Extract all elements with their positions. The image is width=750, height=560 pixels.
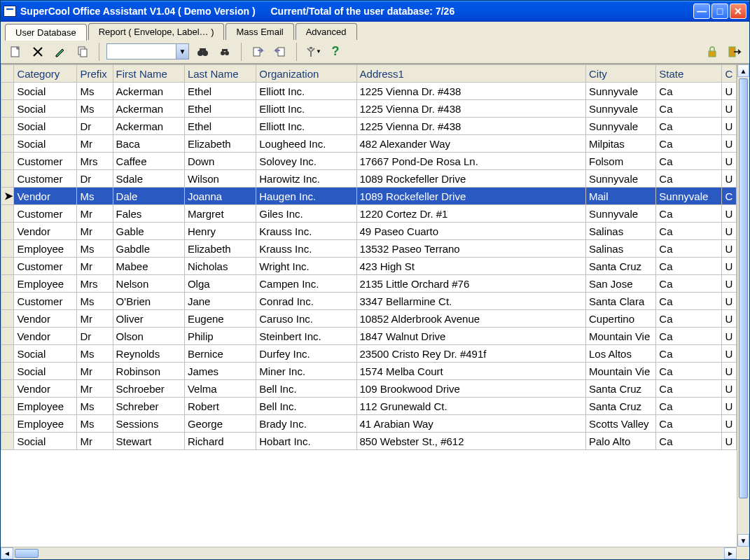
cell-first-name[interactable]: Nelson: [113, 275, 184, 293]
cell-address1[interactable]: 13532 Paseo Terrano: [356, 240, 585, 258]
cell-organization[interactable]: Elliott Inc.: [256, 118, 356, 135]
cell-c[interactable]: U: [722, 118, 737, 135]
cell-state[interactable]: Ca: [656, 380, 722, 398]
table-row[interactable]: EmployeeMsSessionsGeorgeBrady Inc.41 Ara…: [1, 415, 737, 433]
cell-c[interactable]: U: [722, 223, 737, 240]
cell-last-name[interactable]: Jane: [184, 293, 256, 310]
cell-address1[interactable]: 1225 Vienna Dr. #438: [356, 118, 585, 135]
cell-first-name[interactable]: Ackerman: [113, 118, 184, 135]
cell-last-name[interactable]: Joanna: [184, 188, 256, 205]
cell-category[interactable]: Social: [14, 363, 77, 380]
cell-address1[interactable]: 1847 Walnut Drive: [356, 328, 585, 345]
cell-address1[interactable]: 49 Paseo Cuarto: [356, 223, 585, 240]
cell-first-name[interactable]: Olson: [113, 328, 184, 345]
cell-first-name[interactable]: Ackerman: [113, 83, 184, 100]
cell-address1[interactable]: 109 Brookwood Drive: [356, 380, 585, 398]
cell-last-name[interactable]: Olga: [184, 275, 256, 293]
cell-c[interactable]: U: [722, 240, 737, 258]
cell-category[interactable]: Customer: [14, 170, 77, 188]
table-row[interactable]: SocialMrStewartRichardHobart Inc.850 Web…: [1, 433, 737, 450]
maximize-button[interactable]: □: [711, 4, 728, 19]
cell-state[interactable]: Ca: [656, 135, 722, 153]
cell-address1[interactable]: 1574 Melba Court: [356, 363, 585, 380]
cell-address1[interactable]: 1089 Rockefeller Drive: [356, 188, 585, 205]
table-row[interactable]: CustomerMrsCaffeeDownSolovey Inc.17667 P…: [1, 153, 737, 170]
cell-address1[interactable]: 23500 Cristo Rey Dr. #491f: [356, 345, 585, 363]
cell-state[interactable]: Sunnyvale: [656, 188, 722, 205]
exit-button[interactable]: [725, 43, 744, 61]
vertical-scrollbar[interactable]: ▲ ▼: [737, 64, 749, 547]
cell-c[interactable]: U: [722, 205, 737, 223]
cell-city[interactable]: San Jose: [586, 275, 656, 293]
cell-first-name[interactable]: Reynolds: [113, 345, 184, 363]
cell-prefix[interactable]: Mr: [77, 223, 113, 240]
tools-button[interactable]: ▼: [304, 43, 322, 61]
cell-city[interactable]: Sunnyvale: [586, 170, 656, 188]
cell-organization[interactable]: Bell Inc.: [256, 398, 356, 415]
titlebar[interactable]: SuperCool Office Assistant V1.04 ( Demo …: [1, 1, 749, 22]
scroll-thumb[interactable]: [739, 78, 748, 498]
scroll-left-button[interactable]: ◄: [1, 547, 13, 559]
cell-prefix[interactable]: Ms: [77, 83, 113, 100]
help-button[interactable]: ?: [326, 43, 345, 61]
cell-first-name[interactable]: Ackerman: [113, 100, 184, 118]
cell-c[interactable]: U: [722, 363, 737, 380]
cell-state[interactable]: Ca: [656, 415, 722, 433]
cell-category[interactable]: Customer: [14, 205, 77, 223]
cell-address1[interactable]: 10852 Alderbrook Avenue: [356, 310, 585, 328]
cell-prefix[interactable]: Ms: [77, 188, 113, 205]
find-button[interactable]: [193, 43, 211, 61]
cell-prefix[interactable]: Mr: [77, 205, 113, 223]
cell-c[interactable]: U: [722, 328, 737, 345]
cell-state[interactable]: Ca: [656, 345, 722, 363]
cell-state[interactable]: Ca: [656, 100, 722, 118]
delete-button[interactable]: [29, 43, 47, 61]
cell-c[interactable]: U: [722, 310, 737, 328]
cell-last-name[interactable]: Down: [184, 153, 256, 170]
table-row[interactable]: VendorMrOliverEugeneCaruso Inc.10852 Ald…: [1, 310, 737, 328]
cell-c[interactable]: U: [722, 100, 737, 118]
cell-state[interactable]: Ca: [656, 310, 722, 328]
cell-first-name[interactable]: Mabee: [113, 258, 184, 275]
cell-last-name[interactable]: Elizabeth: [184, 135, 256, 153]
cell-address1[interactable]: 112 Grunewald Ct.: [356, 398, 585, 415]
cell-prefix[interactable]: Dr: [77, 328, 113, 345]
cell-address1[interactable]: 2135 Little Orchard #76: [356, 275, 585, 293]
cell-last-name[interactable]: James: [184, 363, 256, 380]
import-button[interactable]: [249, 43, 267, 61]
cell-address1[interactable]: 3347 Bellarmine Ct.: [356, 293, 585, 310]
cell-first-name[interactable]: Caffee: [113, 153, 184, 170]
column-header-category[interactable]: Category: [14, 65, 77, 83]
cell-c[interactable]: U: [722, 135, 737, 153]
column-header-first-name[interactable]: First Name: [113, 65, 184, 83]
cell-prefix[interactable]: Mrs: [77, 275, 113, 293]
table-row[interactable]: SocialMsAckermanEthelElliott Inc.1225 Vi…: [1, 83, 737, 100]
cell-organization[interactable]: Elliott Inc.: [256, 83, 356, 100]
cell-city[interactable]: Mail: [586, 188, 656, 205]
cell-address1[interactable]: 1220 Cortez Dr. #1: [356, 205, 585, 223]
table-row[interactable]: SocialDrAckermanEthelElliott Inc.1225 Vi…: [1, 118, 737, 135]
cell-category[interactable]: Vendor: [14, 380, 77, 398]
column-header-c[interactable]: C: [722, 65, 737, 83]
cell-category[interactable]: Employee: [14, 240, 77, 258]
cell-organization[interactable]: Harowitz Inc.: [256, 170, 356, 188]
tab-report-envelope-label[interactable]: Report ( Envelope, Label… ): [88, 23, 225, 40]
cell-state[interactable]: Ca: [656, 293, 722, 310]
cell-category[interactable]: Social: [14, 118, 77, 135]
cell-category[interactable]: Employee: [14, 275, 77, 293]
cell-last-name[interactable]: Wilson: [184, 170, 256, 188]
cell-category[interactable]: Customer: [14, 153, 77, 170]
cell-first-name[interactable]: Fales: [113, 205, 184, 223]
cell-address1[interactable]: 41 Arabian Way: [356, 415, 585, 433]
cell-state[interactable]: Ca: [656, 433, 722, 450]
cell-organization[interactable]: Caruso Inc.: [256, 310, 356, 328]
cell-prefix[interactable]: Mr: [77, 363, 113, 380]
cell-last-name[interactable]: Nicholas: [184, 258, 256, 275]
table-row[interactable]: SocialMsReynoldsBerniceDurfey Inc.23500 …: [1, 345, 737, 363]
cell-city[interactable]: Sunnyvale: [586, 205, 656, 223]
table-row[interactable]: SocialMrBacaElizabethLougheed Inc.482 Al…: [1, 135, 737, 153]
cell-c[interactable]: U: [722, 398, 737, 415]
cell-c[interactable]: U: [722, 258, 737, 275]
chevron-down-icon[interactable]: ▼: [176, 44, 188, 59]
cell-category[interactable]: Employee: [14, 398, 77, 415]
